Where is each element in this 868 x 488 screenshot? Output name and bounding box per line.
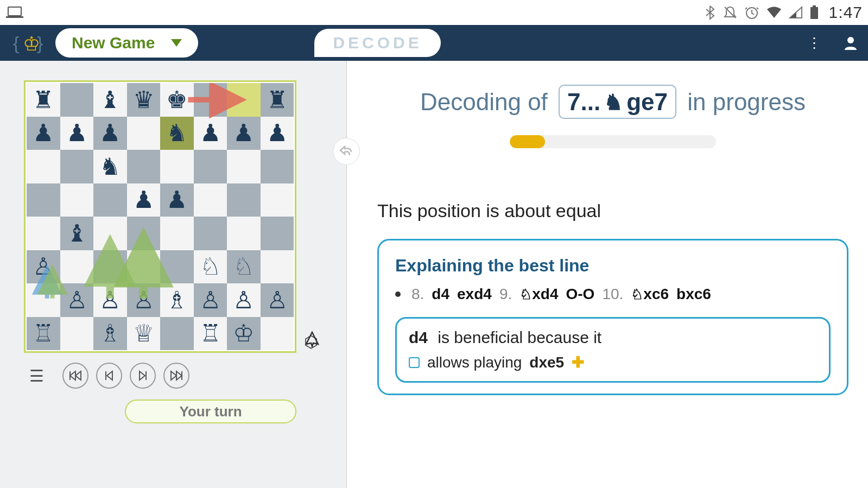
square-b2[interactable]: ♙ [60, 283, 94, 317]
piece-wr: ♖ [200, 321, 221, 345]
android-status-bar: 1:47 [0, 0, 868, 25]
square-h7[interactable]: ♟ [261, 117, 294, 150]
explanation-sub-move: dxe5 [529, 354, 564, 371]
square-e7[interactable]: ♞ [160, 117, 194, 150]
square-g3[interactable]: ♘ [227, 250, 261, 284]
first-move-button[interactable] [62, 363, 88, 389]
square-e4[interactable] [160, 217, 194, 250]
square-g1[interactable]: ♔ [227, 317, 261, 351]
square-b1[interactable] [60, 317, 94, 351]
turn-indicator: Your turn [125, 400, 296, 423]
decode-progress-fill [510, 135, 545, 148]
square-d6[interactable] [127, 150, 161, 183]
square-a3[interactable]: ♙ [27, 250, 60, 284]
square-c6[interactable]: ♞ [93, 150, 127, 183]
square-c5[interactable] [93, 183, 127, 217]
next-move-button[interactable] [130, 363, 156, 389]
square-d4[interactable] [127, 217, 161, 250]
square-a7[interactable]: ♟ [27, 117, 60, 150]
battery-icon [809, 5, 819, 20]
square-g4[interactable] [227, 217, 261, 250]
square-c4[interactable] [93, 217, 127, 250]
svg-rect-4 [810, 7, 818, 19]
square-d5[interactable]: ♟ [127, 183, 161, 217]
piece-wp: ♙ [33, 255, 54, 278]
svg-rect-5 [813, 5, 816, 7]
chess-board[interactable]: ♜♝♛♚♜♟♟♟♞♟♟♟♞♟♟♝♙♘♘♙♙♙♗♙♙♙♖♗♕♖♔ [24, 80, 296, 353]
square-g6[interactable] [227, 150, 261, 183]
piece-br: ♜ [33, 88, 54, 112]
alarm-icon [744, 5, 759, 20]
square-f7[interactable]: ♟ [194, 117, 227, 150]
decode-tab[interactable]: DECODE [314, 29, 440, 57]
square-h5[interactable] [261, 183, 294, 217]
piece-bq: ♛ [133, 88, 154, 112]
square-f2[interactable]: ♙ [194, 283, 227, 317]
square-d3[interactable] [127, 250, 161, 284]
square-f6[interactable] [194, 150, 227, 183]
square-d1[interactable]: ♕ [127, 317, 161, 351]
square-a2[interactable] [27, 283, 60, 317]
square-c3[interactable] [93, 250, 127, 284]
square-a8[interactable]: ♜ [27, 83, 60, 117]
square-e5[interactable]: ♟ [160, 183, 194, 217]
square-d2[interactable]: ♙ [127, 283, 161, 317]
square-c1[interactable]: ♗ [93, 317, 127, 351]
square-h2[interactable]: ♙ [261, 283, 294, 317]
square-d8[interactable]: ♛ [127, 83, 161, 117]
svg-text:{: { [13, 33, 19, 53]
square-g8[interactable] [227, 83, 261, 117]
square-c8[interactable]: ♝ [93, 83, 127, 117]
square-c7[interactable]: ♟ [93, 117, 127, 150]
checkbox-icon[interactable] [409, 357, 420, 368]
square-g5[interactable] [227, 183, 261, 217]
square-b8[interactable] [60, 83, 94, 117]
new-game-label: New Game [72, 34, 155, 52]
square-h6[interactable] [261, 150, 294, 183]
new-game-button[interactable]: New Game [55, 28, 198, 58]
best-line-moves[interactable]: 8.d4exd49.♘xd4O-O10.♘xc6bxc6 [395, 286, 831, 303]
explained-text: is beneficial because it [438, 328, 601, 346]
app-logo[interactable]: {♔} [10, 31, 48, 55]
piece-bp: ♟ [133, 188, 154, 212]
square-f5[interactable] [194, 183, 227, 217]
menu-icon[interactable]: ☰ [29, 366, 44, 385]
profile-icon[interactable] [843, 35, 858, 50]
square-a1[interactable]: ♖ [27, 317, 60, 351]
square-f4[interactable] [194, 217, 227, 250]
square-e3[interactable] [160, 250, 194, 284]
prev-move-button[interactable] [96, 363, 122, 389]
plus-icon[interactable]: ✚ [572, 353, 584, 371]
square-g2[interactable]: ♙ [227, 283, 261, 317]
square-b4[interactable]: ♝ [60, 217, 94, 250]
square-e6[interactable] [160, 150, 194, 183]
square-a6[interactable] [27, 150, 60, 183]
piece-bb: ♝ [66, 221, 87, 245]
square-c2[interactable]: ♙ [93, 283, 127, 317]
piece-wp: ♙ [66, 288, 87, 312]
square-h3[interactable] [261, 250, 294, 284]
square-b5[interactable] [60, 183, 94, 217]
square-a5[interactable] [27, 183, 60, 217]
square-a4[interactable] [27, 217, 60, 250]
last-move-button[interactable] [163, 363, 189, 389]
square-g7[interactable]: ♟ [227, 117, 261, 150]
undo-button[interactable] [333, 138, 360, 165]
square-h4[interactable] [261, 217, 294, 250]
overflow-menu-icon[interactable]: ⋮ [807, 35, 821, 52]
square-b3[interactable] [60, 250, 94, 284]
square-b6[interactable] [60, 150, 94, 183]
square-e1[interactable] [160, 317, 194, 351]
square-d7[interactable] [127, 117, 161, 150]
square-f3[interactable]: ♘ [194, 250, 227, 284]
signal-icon [789, 6, 803, 19]
square-b7[interactable]: ♟ [60, 117, 94, 150]
square-e2[interactable]: ♗ [160, 283, 194, 317]
decode-title: Decoding of 7... ♞ge7 in progress [377, 85, 848, 119]
square-f1[interactable]: ♖ [194, 317, 227, 351]
square-h8[interactable]: ♜ [261, 83, 294, 117]
square-e8[interactable]: ♚ [160, 83, 194, 117]
square-f8[interactable] [194, 83, 227, 117]
square-h1[interactable] [261, 317, 294, 351]
decode-label: DECODE [333, 34, 422, 52]
